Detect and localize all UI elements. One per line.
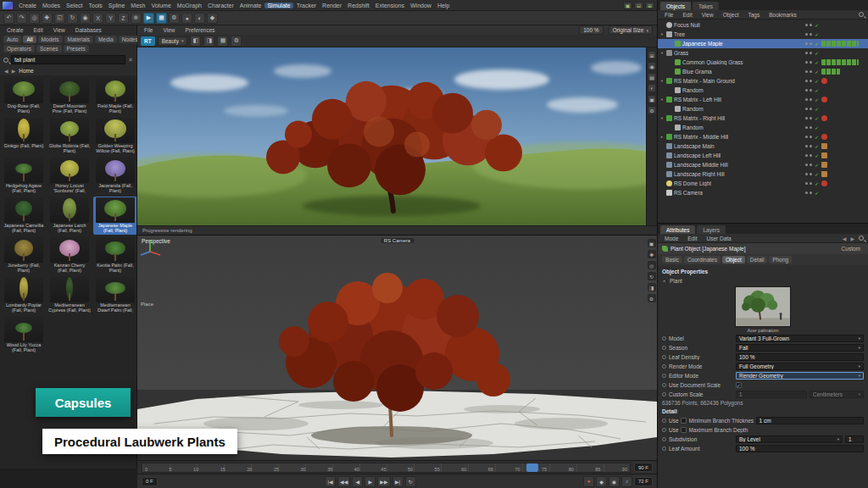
render-visibility-dot[interactable] (810, 52, 812, 54)
zoom-level[interactable]: 100 % (579, 25, 603, 35)
expand-arrow-icon[interactable]: ▾ (659, 32, 665, 36)
render-toolbar-icon[interactable]: ◨ (203, 36, 214, 47)
keyframe-dot[interactable] (662, 428, 666, 432)
render-side-icon[interactable]: ⚙ (648, 106, 656, 114)
render-side-icon[interactable]: ◐ (648, 84, 656, 92)
enabled-check-icon[interactable] (814, 152, 820, 158)
object-tags[interactable] (821, 69, 840, 75)
plant-asset-item[interactable]: Japanese Maple (Fall, Plant) (93, 197, 136, 235)
object-menu-item[interactable]: Edit (680, 12, 694, 18)
object-menu-item[interactable]: File (662, 12, 676, 18)
property-value[interactable]: 100 % (736, 353, 864, 361)
attribute-tab[interactable]: Phong (769, 256, 792, 263)
editor-visibility-dot[interactable] (805, 182, 808, 185)
editor-visibility-dot[interactable] (805, 52, 808, 54)
toolbar-icon[interactable]: Z (118, 13, 129, 24)
panel-tab[interactable]: Objects (660, 2, 691, 10)
object-tags[interactable] (821, 180, 827, 186)
render-visibility-dot[interactable] (810, 173, 812, 175)
render-menu-item[interactable]: Preferences (182, 27, 217, 33)
attribute-tab[interactable]: Coordinates (684, 256, 721, 263)
transport-button[interactable]: ▶| (392, 476, 403, 487)
section-tab[interactable]: Presets (64, 45, 89, 53)
start-frame-field[interactable]: 0 F (142, 477, 158, 486)
object-menu-item[interactable]: Object (721, 12, 742, 18)
property-value-secondary[interactable]: Centimeters (810, 391, 864, 398)
keyframe-dot[interactable] (662, 383, 666, 387)
preset-dropdown[interactable]: Custom (838, 245, 864, 252)
toolbar-icon[interactable]: X (92, 13, 103, 24)
editor-visibility-dot[interactable] (805, 89, 808, 92)
attribute-menu-item[interactable]: Edit (685, 236, 699, 241)
toolbar-icon[interactable]: ↶ (3, 13, 14, 24)
render-side-icon[interactable]: ⊞ (648, 51, 656, 59)
keyframe-dot[interactable] (662, 392, 666, 396)
use-checkbox[interactable] (681, 427, 687, 433)
menu-item[interactable]: Extensions (373, 3, 407, 8)
editor-visibility-dot[interactable] (805, 70, 808, 73)
enabled-check-icon[interactable] (814, 59, 820, 65)
expand-arrow-icon[interactable]: ▾ (659, 79, 665, 83)
menu-item[interactable]: Create (16, 3, 39, 8)
attribute-tab[interactable]: Object (722, 256, 745, 263)
render-toolbar-icon[interactable]: ⚙ (231, 36, 242, 47)
editor-visibility-dot[interactable] (805, 136, 808, 138)
object-row[interactable]: Random (658, 123, 868, 132)
enabled-check-icon[interactable] (814, 106, 820, 112)
object-row[interactable]: ▸ RS Matrix - Middle Hill (658, 132, 868, 141)
property-value[interactable]: Variant 3 Full-Grown (736, 335, 864, 342)
plant-asset-item[interactable]: Dwarf Mountain Pine (Fall, Plant) (47, 77, 92, 115)
toolbar-icon[interactable]: ◐ (194, 13, 205, 24)
object-row[interactable]: Random (658, 86, 868, 95)
keyframe-dot[interactable] (662, 336, 666, 341)
render-visibility-dot[interactable] (810, 154, 812, 157)
render-visibility-dot[interactable] (810, 182, 812, 185)
object-tags[interactable] (821, 134, 827, 140)
menu-item[interactable]: Character (205, 3, 236, 8)
toolbar-icon[interactable]: Y (105, 13, 116, 24)
object-tags[interactable] (821, 152, 827, 158)
render-side-icon[interactable]: ▣ (648, 95, 656, 103)
keyframe-dot[interactable] (662, 419, 666, 423)
record-button[interactable]: ● (583, 476, 594, 487)
object-search-icon[interactable] (859, 12, 864, 17)
object-menu-item[interactable]: Bookmarks (766, 12, 799, 18)
panel-tab[interactable]: Takes (693, 2, 719, 10)
search-input[interactable] (11, 55, 125, 64)
object-row[interactable]: Blue Grama (658, 67, 868, 76)
enabled-check-icon[interactable] (814, 97, 820, 103)
toolbar-icon[interactable]: ▶ (143, 13, 154, 24)
layout-icon[interactable]: ⊞ (645, 2, 654, 9)
plant-asset-item[interactable]: Kanzan Cherry (Fall, Plant) (47, 236, 92, 274)
property-value[interactable]: Fall (736, 344, 864, 352)
plant-asset-item[interactable]: Jacaranda (Fall, Plant) (93, 157, 136, 195)
editor-visibility-dot[interactable] (805, 164, 808, 166)
timeline-ruler[interactable]: 0 5 10 15 20 25 30 35 40 45 50 55 (142, 463, 631, 473)
enabled-check-icon[interactable] (814, 134, 820, 140)
plant-asset-item[interactable]: Japanese Camellia (Fall, Plant) (2, 197, 46, 235)
section-tab[interactable]: Scenes (36, 45, 62, 53)
expand-arrow-icon[interactable]: ▾ (659, 51, 665, 55)
menu-item[interactable]: Mesh (128, 3, 147, 8)
menu-item[interactable]: MoGraph (175, 3, 204, 8)
editor-visibility-dot[interactable] (805, 173, 808, 175)
editor-visibility-dot[interactable] (805, 154, 808, 157)
back-icon[interactable]: ◀ (4, 68, 8, 74)
render-visibility-dot[interactable] (810, 42, 812, 45)
toolbar-icon[interactable]: ↷ (16, 13, 27, 24)
plant-asset-item[interactable]: Wood Lily Yucca (Fall, Plant) (2, 316, 46, 354)
section-tab[interactable]: Operators (3, 45, 35, 53)
attribute-search-icon[interactable] (859, 236, 864, 241)
clear-search-icon[interactable]: ✕ (128, 57, 133, 64)
record-button[interactable]: ♪ (621, 476, 632, 487)
enabled-check-icon[interactable] (814, 171, 820, 177)
use-checkbox[interactable] (681, 418, 687, 424)
toolbar-icon[interactable]: ✚ (42, 13, 53, 24)
keyframe-dot[interactable] (662, 355, 666, 359)
menu-item[interactable]: Spline (106, 3, 127, 8)
object-row[interactable]: Landscape Middle Hill (658, 160, 868, 169)
render-visibility-dot[interactable] (810, 89, 812, 92)
editor-visibility-dot[interactable] (805, 33, 808, 36)
render-side-icon[interactable]: ◉ (648, 62, 656, 70)
render-visibility-dot[interactable] (810, 24, 812, 26)
